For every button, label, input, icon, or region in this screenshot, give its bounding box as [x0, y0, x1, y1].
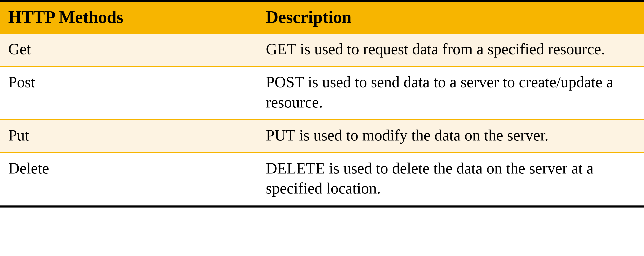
http-methods-table: HTTP Methods Description Get GET is used…	[0, 2, 644, 206]
table-row: Put PUT is used to modify the data on th…	[0, 120, 644, 152]
table-header-row: HTTP Methods Description	[0, 2, 644, 34]
header-methods: HTTP Methods	[0, 2, 258, 34]
cell-description: DELETE is used to delete the data on the…	[258, 153, 644, 206]
cell-method: Delete	[0, 153, 258, 206]
cell-description: PUT is used to modify the data on the se…	[258, 120, 644, 152]
http-methods-table-wrap: HTTP Methods Description Get GET is used…	[0, 0, 644, 208]
cell-method: Get	[0, 34, 258, 66]
table-row: Delete DELETE is used to delete the data…	[0, 153, 644, 206]
cell-method: Post	[0, 66, 258, 120]
header-description: Description	[258, 2, 644, 34]
cell-method: Put	[0, 120, 258, 152]
table-body: Get GET is used to request data from a s…	[0, 34, 644, 206]
table-row: Post POST is used to send data to a serv…	[0, 66, 644, 120]
table-header: HTTP Methods Description	[0, 2, 644, 34]
table-row: Get GET is used to request data from a s…	[0, 34, 644, 66]
cell-description: GET is used to request data from a speci…	[258, 34, 644, 66]
cell-description: POST is used to send data to a server to…	[258, 66, 644, 120]
